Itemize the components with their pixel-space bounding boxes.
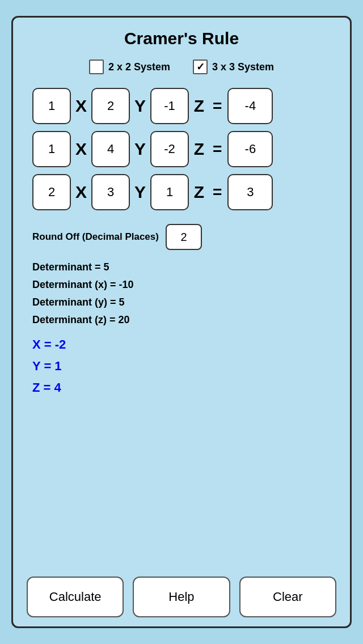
eq2-equals: = (213, 140, 222, 158)
help-button[interactable]: Help (133, 577, 230, 617)
system-option-3x3[interactable]: ✓ 3 x 3 System (193, 60, 274, 74)
eq1-coeff-z[interactable]: -1 (150, 88, 189, 124)
page-title: Cramer's Rule (124, 29, 239, 48)
equation-row-3: 2 X 3 Y 1 Z = 3 (27, 174, 336, 210)
eq3-coeff-z[interactable]: 1 (150, 174, 189, 210)
round-off-row: Round Off (Decimal Places) 2 (27, 224, 202, 250)
eq3-coeff-y[interactable]: 3 (91, 174, 130, 210)
round-off-input[interactable]: 2 (166, 224, 202, 250)
solution-x: X = -2 (32, 337, 66, 352)
eq1-rhs[interactable]: -4 (227, 88, 273, 124)
system-option-2x2[interactable]: 2 x 2 System (89, 60, 170, 74)
eq1-var-y: Y (134, 96, 146, 116)
system-selection: 2 x 2 System ✓ 3 x 3 System (89, 60, 274, 74)
eq3-coeff-x[interactable]: 2 (32, 174, 71, 210)
equation-row-2: 1 X 4 Y -2 Z = -6 (27, 131, 336, 167)
eq2-var-y: Y (134, 139, 146, 159)
clear-button[interactable]: Clear (239, 577, 336, 617)
eq2-coeff-x[interactable]: 1 (32, 131, 71, 167)
label-3x3: 3 x 3 System (212, 61, 274, 73)
eq3-var-y: Y (134, 183, 146, 202)
eq1-equals: = (213, 97, 222, 115)
results-area: Determinant = 5 Determinant (x) = -10 De… (27, 261, 134, 326)
eq3-equals: = (213, 183, 222, 201)
solution-y: Y = 1 (32, 359, 66, 374)
eq2-var-x: X (75, 139, 87, 159)
eq3-var-z: Z (193, 183, 205, 202)
determinant-y: Determinant (y) = 5 (32, 296, 134, 308)
eq1-coeff-y[interactable]: 2 (91, 88, 130, 124)
eq1-var-x: X (75, 96, 87, 116)
label-2x2: 2 x 2 System (108, 61, 170, 73)
determinant-main: Determinant = 5 (32, 261, 134, 273)
round-off-label: Round Off (Decimal Places) (32, 231, 159, 243)
determinant-z: Determinant (z) = 20 (32, 314, 134, 326)
eq3-var-x: X (75, 183, 87, 202)
eq2-coeff-y[interactable]: 4 (91, 131, 130, 167)
eq2-coeff-z[interactable]: -2 (150, 131, 189, 167)
solution-z: Z = 4 (32, 380, 66, 395)
checkbox-2x2[interactable] (89, 60, 104, 74)
bottom-buttons: Calculate Help Clear (27, 577, 336, 617)
eq2-var-z: Z (193, 139, 205, 159)
eq2-rhs[interactable]: -6 (227, 131, 273, 167)
main-container: Cramer's Rule 2 x 2 System ✓ 3 x 3 Syste… (11, 16, 352, 628)
equation-row-1: 1 X 2 Y -1 Z = -4 (27, 88, 336, 124)
checkbox-3x3[interactable]: ✓ (193, 60, 208, 74)
eq3-rhs[interactable]: 3 (227, 174, 273, 210)
eq1-coeff-x[interactable]: 1 (32, 88, 71, 124)
calculate-button[interactable]: Calculate (27, 577, 124, 617)
determinant-x: Determinant (x) = -10 (32, 279, 134, 291)
eq1-var-z: Z (193, 96, 205, 116)
solutions-area: X = -2 Y = 1 Z = 4 (27, 337, 66, 395)
equations-area: 1 X 2 Y -1 Z = -4 1 X 4 Y -2 Z = -6 2 X … (27, 88, 336, 210)
